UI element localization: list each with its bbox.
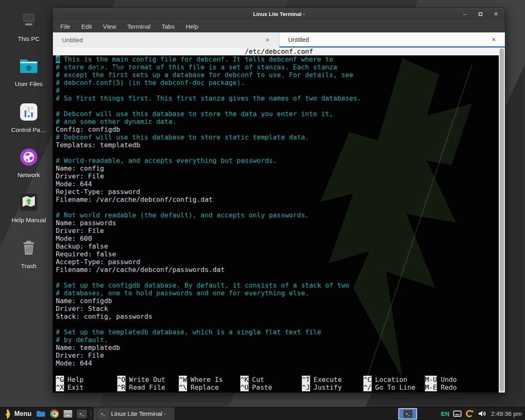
menu-tabs[interactable]: Tabs bbox=[162, 23, 175, 30]
editor-line: # So first things first. This first stan… bbox=[56, 94, 505, 102]
nano-version: GNU nano 7.2 bbox=[85, 63, 142, 71]
shortcut-help: ^GHelp bbox=[56, 376, 117, 383]
nano-title-bar: /etc/debconf.conf GNU nano 7.2 bbox=[53, 48, 505, 55]
desktop-icon-user-files[interactable]: User Files bbox=[6, 56, 52, 87]
menu-help[interactable]: Help bbox=[186, 23, 199, 30]
editor-line: Mode: 600 bbox=[56, 235, 505, 242]
tab-untitled-1[interactable]: Untitled × bbox=[53, 32, 279, 48]
clock[interactable]: 2:49:36 pm bbox=[491, 410, 522, 417]
terminal-window: Linux Lite Terminal - – ✕ FileEditViewTe… bbox=[52, 7, 505, 393]
editor-line: Filename: /var/cache/debconf/passwords.d… bbox=[56, 266, 505, 274]
maximize-button[interactable] bbox=[477, 11, 484, 17]
tab-untitled-2[interactable]: Untitled × bbox=[279, 32, 505, 48]
desktop-icon-network[interactable]: Network bbox=[6, 147, 52, 178]
editor-line: # by default. bbox=[56, 336, 505, 344]
nano-shortcut-bar: ^GHelp^OWrite Out^WWhere Is^KCut^TExecut… bbox=[56, 376, 497, 391]
shortcut-where-is: ^WWhere Is bbox=[179, 376, 240, 383]
update-notifier-icon[interactable] bbox=[465, 409, 474, 418]
shortcut-go-to-line: ^/Go To Line bbox=[363, 383, 425, 391]
shortcut-undo: M-UUndo bbox=[425, 376, 486, 383]
editor-line: # Not world readable (the default), and … bbox=[56, 211, 505, 219]
desktop-icon-label: Network bbox=[6, 171, 52, 178]
title-bar[interactable]: Linux Lite Terminal - – ✕ bbox=[53, 8, 505, 20]
editor-line: Mode: 644 bbox=[56, 359, 505, 367]
archive-manager-icon[interactable] bbox=[63, 410, 73, 418]
menu-view[interactable]: View bbox=[103, 23, 116, 30]
editor-line bbox=[56, 320, 505, 328]
trash-icon bbox=[6, 238, 52, 258]
shortcut-replace: ^\Replace bbox=[179, 383, 240, 391]
tab-bar: Untitled × Untitled × bbox=[53, 32, 505, 48]
editor-line: Name: templatedb bbox=[56, 344, 505, 352]
menu-terminal[interactable]: Terminal bbox=[127, 23, 151, 30]
chrome-browser-icon[interactable] bbox=[50, 409, 59, 418]
editor-line: Reject-Type: password bbox=[56, 188, 505, 196]
editor-line: Filename: /var/cache/debconf/config.dat bbox=[56, 196, 505, 203]
editor-line: # and some other dynamic data. bbox=[56, 118, 505, 126]
shortcut-write-out: ^OWrite Out bbox=[117, 376, 179, 383]
close-button[interactable]: ✕ bbox=[493, 11, 499, 17]
tab-label: Untitled bbox=[288, 36, 309, 43]
shortcut-execute: ^TExecute bbox=[302, 376, 363, 383]
linux-lite-logo-icon[interactable] bbox=[4, 409, 11, 419]
editor-line: Driver: File bbox=[56, 227, 505, 235]
tab-close-icon[interactable]: × bbox=[492, 37, 496, 43]
editor-line: Stack: config, passwords bbox=[56, 313, 505, 320]
desktop-icon-label: User Files bbox=[6, 80, 52, 87]
desktop-icon-label: Help Manual bbox=[6, 217, 52, 224]
language-indicator[interactable]: EN bbox=[441, 410, 450, 417]
editor-line: Driver: File bbox=[56, 352, 505, 359]
editor-line: Required: false bbox=[56, 250, 505, 258]
task-button-terminal[interactable]: >_ Linux Lite Terminal - bbox=[94, 407, 174, 420]
tab-close-icon[interactable]: × bbox=[266, 37, 270, 43]
manual-icon bbox=[6, 192, 52, 212]
menu-bar: FileEditViewTerminalTabsHelp bbox=[53, 20, 505, 32]
computer-icon bbox=[6, 11, 52, 31]
desktop-icon-help-manual[interactable]: Help Manual bbox=[6, 192, 52, 224]
volume-icon[interactable] bbox=[478, 410, 486, 417]
taskbar: Menu >_ >_ Linux Lite Terminal - >_ EN bbox=[0, 407, 525, 420]
editor-line: # This is the main config file for debco… bbox=[56, 55, 505, 63]
editor-line bbox=[56, 274, 505, 281]
desktop-icon-label: This PC bbox=[6, 35, 52, 42]
file-manager-places-icon[interactable] bbox=[36, 410, 46, 418]
terminal-window-icon: >_ bbox=[98, 410, 108, 418]
menu-file[interactable]: File bbox=[60, 23, 70, 30]
tray-terminal-icon[interactable]: >_ bbox=[398, 408, 417, 420]
taskbar-separator-handle[interactable] bbox=[90, 411, 91, 417]
editor-line bbox=[56, 149, 505, 157]
editor-line: Mode: 644 bbox=[56, 180, 505, 188]
editor-area[interactable]: /etc/debconf.conf GNU nano 7.2 # This is… bbox=[53, 48, 505, 393]
editor-lines: # This is the main config file for debco… bbox=[53, 55, 505, 367]
menu-edit[interactable]: Edit bbox=[81, 23, 92, 30]
shortcut-exit: ^XExit bbox=[56, 383, 117, 391]
editor-line: Backup: false bbox=[56, 242, 505, 250]
tab-label: Untitled bbox=[62, 37, 83, 43]
keyboard-layout-icon[interactable] bbox=[453, 411, 461, 417]
nano-filename: /etc/debconf.conf bbox=[53, 48, 505, 55]
editor-line: # Debconf will use this database to stor… bbox=[56, 110, 505, 118]
task-button-label: Linux Lite Terminal - bbox=[111, 410, 166, 417]
editor-line: # databases, one to hold passwords and o… bbox=[56, 289, 505, 297]
desktop-icon-this-pc[interactable]: This PC bbox=[6, 11, 52, 42]
shortcut-justify: ^JJustify bbox=[302, 383, 363, 391]
editor-line: # debconf.conf(5) (in the debconf-doc pa… bbox=[56, 79, 505, 87]
home-folder-icon bbox=[6, 56, 52, 76]
menu-button[interactable]: Menu bbox=[14, 410, 32, 418]
terminal-launcher-icon[interactable]: >_ bbox=[77, 410, 87, 418]
shortcut-redo: M-ERedo bbox=[425, 383, 486, 391]
editor-line: # World-readable, and accepts everything… bbox=[56, 157, 505, 164]
desktop-icon-label: Trash bbox=[6, 262, 52, 269]
desktop-icon-trash[interactable]: Trash bbox=[6, 238, 52, 269]
desktop-icon-control-panel[interactable]: Control Pa… bbox=[6, 102, 52, 133]
minimize-button[interactable]: – bbox=[461, 11, 468, 17]
scrollbar-thumb[interactable] bbox=[500, 48, 504, 392]
shortcut-location: ^CLocation bbox=[363, 376, 425, 383]
window-title: Linux Lite Terminal - bbox=[53, 11, 505, 17]
shortcut-read-file: ^RRead File bbox=[117, 383, 179, 391]
editor-line: Templates: templatedb bbox=[56, 141, 505, 149]
editor-line: # Set up the templatedb database, which … bbox=[56, 328, 505, 336]
editor-line: Name: config bbox=[56, 164, 505, 172]
scrollbar-track[interactable] bbox=[499, 48, 505, 393]
editor-line: Name: configdb bbox=[56, 297, 505, 305]
